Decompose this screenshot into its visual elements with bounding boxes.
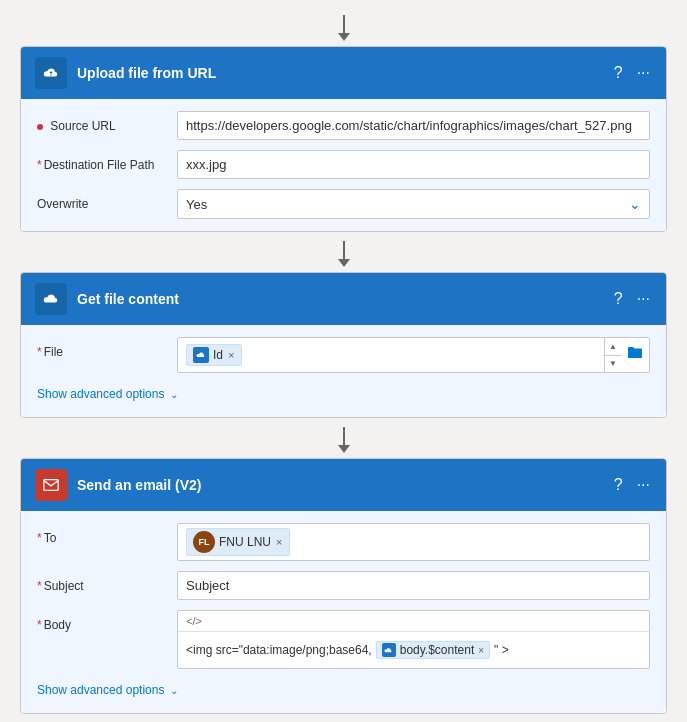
upload-file-card: Upload file from URL ? ··· Source URL *D… — [20, 46, 667, 232]
send-email-card: Send an email (V2) ? ··· *To FL FNU LNU … — [20, 458, 667, 714]
send-email-chevron-icon: ⌄ — [170, 685, 178, 696]
subject-input[interactable] — [177, 571, 650, 600]
to-control: FL FNU LNU × — [177, 523, 650, 561]
to-token-input[interactable]: FL FNU LNU × — [177, 523, 650, 561]
file-arrow-up-button[interactable]: ▲ — [605, 338, 621, 356]
file-label: *File — [37, 337, 167, 359]
id-token-cloud-icon — [193, 347, 209, 363]
body-label: *Body — [37, 610, 167, 632]
fnu-lnu-token-remove-button[interactable]: × — [275, 536, 283, 548]
file-control: Id × ▲ ▼ — [177, 337, 650, 373]
body-control: </> <img src="data:image/png;base64, bod… — [177, 610, 650, 669]
subject-control — [177, 571, 650, 600]
get-file-more-button[interactable]: ··· — [635, 288, 652, 310]
dest-path-control — [177, 150, 650, 179]
send-email-actions: ? ··· — [612, 474, 652, 496]
cloud-upload-svg — [42, 64, 60, 82]
file-folder-button[interactable] — [621, 345, 649, 365]
body-toolbar: </> — [178, 611, 649, 632]
upload-file-help-button[interactable]: ? — [612, 62, 625, 84]
get-file-show-advanced-button[interactable]: Show advanced options ⌄ — [37, 383, 178, 405]
get-file-header: Get file content ? ··· — [21, 273, 666, 325]
send-email-help-button[interactable]: ? — [612, 474, 625, 496]
send-email-title: Send an email (V2) — [77, 477, 602, 493]
send-email-header: Send an email (V2) ? ··· — [21, 459, 666, 511]
upload-cloud-icon — [35, 57, 67, 89]
subject-row: *Subject — [37, 571, 650, 600]
top-arrow — [334, 14, 354, 42]
body-token-cloud-icon — [382, 643, 396, 657]
upload-file-title: Upload file from URL — [77, 65, 602, 81]
send-email-more-button[interactable]: ··· — [635, 474, 652, 496]
overwrite-chevron-icon: ⌄ — [629, 196, 641, 212]
folder-icon — [627, 345, 643, 361]
svg-rect-0 — [44, 480, 58, 491]
send-email-show-advanced-button[interactable]: Show advanced options ⌄ — [37, 679, 178, 701]
source-url-input[interactable] — [177, 111, 650, 140]
fnu-lnu-avatar: FL — [193, 531, 215, 553]
arrow-1 — [334, 240, 354, 268]
get-file-actions: ? ··· — [612, 288, 652, 310]
dest-path-label: *Destination File Path — [37, 150, 167, 172]
file-row: *File Id × — [37, 337, 650, 373]
body-row: *Body </> <img src="data:image/png;base6… — [37, 610, 650, 669]
arrow-2 — [334, 426, 354, 454]
body-token-remove-button[interactable]: × — [478, 645, 484, 656]
file-token-area: Id × — [178, 340, 604, 370]
overwrite-label: Overwrite — [37, 189, 167, 211]
subject-label: *Subject — [37, 571, 167, 593]
body-content-token: body.$content × — [376, 641, 490, 659]
source-url-error-dot — [37, 124, 43, 130]
email-svg — [42, 476, 60, 494]
get-file-content-card: Get file content ? ··· *File — [20, 272, 667, 418]
to-row: *To FL FNU LNU × — [37, 523, 650, 561]
source-url-label: Source URL — [37, 111, 167, 133]
get-file-help-button[interactable]: ? — [612, 288, 625, 310]
send-email-body: *To FL FNU LNU × *Subject — [21, 511, 666, 713]
fnu-lnu-token: FL FNU LNU × — [186, 528, 290, 556]
file-token-input[interactable]: Id × ▲ ▼ — [177, 337, 650, 373]
upload-file-header: Upload file from URL ? ··· — [21, 47, 666, 99]
source-url-control — [177, 111, 650, 140]
send-email-icon — [35, 469, 67, 501]
overwrite-row: Overwrite Yes ⌄ — [37, 189, 650, 219]
overwrite-select[interactable]: Yes ⌄ — [177, 189, 650, 219]
cloud-svg-2 — [42, 290, 60, 308]
overwrite-control: Yes ⌄ — [177, 189, 650, 219]
file-input-arrows: ▲ ▼ — [604, 338, 621, 372]
get-file-cloud-icon — [35, 283, 67, 315]
dest-path-row: *Destination File Path — [37, 150, 650, 179]
upload-file-actions: ? ··· — [612, 62, 652, 84]
get-file-chevron-icon: ⌄ — [170, 389, 178, 400]
get-file-body: *File Id × — [21, 325, 666, 417]
body-editor[interactable]: </> <img src="data:image/png;base64, bod… — [177, 610, 650, 669]
upload-file-more-button[interactable]: ··· — [635, 62, 652, 84]
source-url-row: Source URL — [37, 111, 650, 140]
file-arrow-down-button[interactable]: ▼ — [605, 356, 621, 373]
upload-file-body: Source URL *Destination File Path Overwr… — [21, 99, 666, 231]
get-file-title: Get file content — [77, 291, 602, 307]
to-label: *To — [37, 523, 167, 545]
id-token-remove-button[interactable]: × — [227, 349, 235, 361]
dest-path-input[interactable] — [177, 150, 650, 179]
id-token: Id × — [186, 344, 242, 366]
body-content: <img src="data:image/png;base64, body.$c… — [178, 632, 649, 668]
